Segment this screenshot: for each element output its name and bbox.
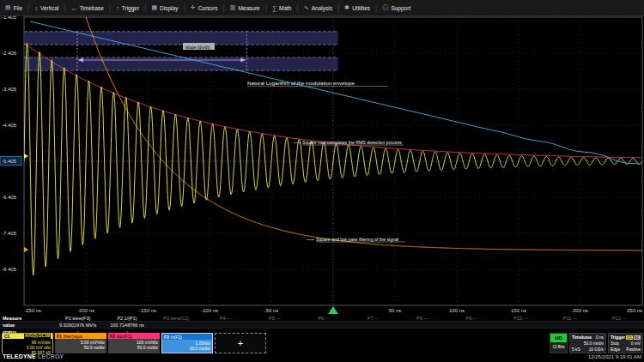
- trace-descriptor-f2[interactable]: F2sqrt(F1)100 mV/div50.0 ns/div: [108, 333, 160, 353]
- measure-row-label: Measure: [0, 316, 53, 321]
- brand-lecroy: LECROY: [38, 353, 64, 359]
- y-axis-label: -6.405: [2, 195, 17, 200]
- menu-file[interactable]: ▤File: [0, 0, 27, 15]
- measure-P8-label[interactable]: P8:---: [398, 316, 447, 321]
- trace-settings: 100 mV/div50.0 ns/div: [108, 339, 160, 353]
- annotation-sqrt: Square root completes the RMS detection …: [302, 140, 402, 145]
- measure-row-label: value: [0, 323, 53, 328]
- trigger-slope: Positive: [626, 347, 641, 352]
- annotation-ln: Natural Logarithm of the modulation enve…: [247, 80, 355, 86]
- waveform-display: slope (dv/dt) Natural Logarithm of the m…: [0, 0, 644, 362]
- x-axis-label: 200 ns: [573, 308, 588, 313]
- menu-analysis[interactable]: ∿Analysis: [299, 0, 337, 15]
- trigger-title: Trigger: [611, 335, 625, 340]
- menu-label: File: [14, 5, 22, 11]
- trace-settings: 5.00 mV²/div50.0 ns/div: [55, 339, 106, 353]
- trigger-box[interactable]: TriggerC1DC Stop0 mV EdgePositive: [608, 333, 643, 353]
- slew-level-band-1: [24, 32, 338, 45]
- trigger-source-badge: C1: [626, 335, 633, 340]
- measure-P5-label[interactable]: P5:---: [250, 316, 299, 321]
- analysis-icon: ∿: [304, 4, 309, 11]
- y-axis-label: -3.405: [2, 87, 17, 92]
- trace-settings: 1.00/div50.0 ns/div: [162, 340, 212, 353]
- menu-cursors[interactable]: ✛Cursors: [185, 0, 223, 15]
- menu-timebase[interactable]: ↔Timebase: [66, 0, 109, 15]
- y-axis-label: -5.405: [2, 159, 17, 164]
- x-axis-label: 100 ns: [449, 308, 465, 313]
- hd-bits: 12 Bits: [550, 342, 567, 353]
- x-axis-label: -200 ns: [77, 308, 94, 313]
- menu-math[interactable]: ∑Math: [267, 0, 296, 15]
- measure-icon: ▥: [230, 4, 236, 11]
- measure-P1-label[interactable]: P1:slew(F3): [53, 316, 102, 321]
- trace-setting-line: 50.0 ns/div: [110, 345, 158, 350]
- timebase-delay: 0 ns: [596, 335, 604, 340]
- measure-table: MeasureP1:slew(F3)P2:1/(P1)P3:slew(C2)P4…: [0, 315, 644, 335]
- trace-id: F2: [110, 334, 115, 339]
- measure-P2-value: 100.7148766 ns: [102, 323, 151, 328]
- x-axis-label: -50 ns: [264, 308, 279, 313]
- vertical-icon: ↕: [34, 5, 38, 11]
- hd-resolution-box[interactable]: HD 12 Bits: [550, 333, 568, 353]
- measure-P9-label[interactable]: P9:---: [447, 316, 496, 321]
- measure-P12-label[interactable]: P12:---: [595, 316, 644, 321]
- support-icon: ⓘ: [382, 3, 388, 12]
- measure-row-label: MeasureP1:slew(F3)P2:1/(P1)P3:slew(C2)P4…: [0, 315, 644, 321]
- menu-utilities[interactable]: ✱Utilities: [339, 0, 375, 15]
- trigger-level: 0 mV: [631, 341, 641, 346]
- y-axis-label: -7.405: [2, 231, 17, 236]
- timebase-samples: 5 kS: [572, 347, 580, 352]
- measure-row-value: value9.92901976 MV/s100.7148766 ns: [0, 321, 644, 329]
- trigger-coupling-badge: DC: [634, 335, 641, 340]
- trace-id: F1: [57, 334, 62, 339]
- measure-P11-label[interactable]: P11:---: [545, 316, 594, 321]
- x-axis-label: 250 ns: [627, 308, 642, 313]
- trace-descriptor-f1[interactable]: F1filter(squa5.00 mV²/div50.0 ns/div: [55, 333, 106, 353]
- menu-trigger[interactable]: ↑Trigger: [111, 0, 144, 15]
- menu-label: Trigger: [122, 5, 139, 11]
- menu-measure[interactable]: ▥Measure: [225, 0, 265, 15]
- math-icon: ∑: [272, 5, 276, 11]
- menu-support[interactable]: ⓘSupport: [377, 0, 416, 15]
- channel-descriptors: C1AVG(5):DC1M99 mV/div0.00 mV ofst85.587…: [2, 333, 266, 353]
- menu-label: Analysis: [312, 5, 332, 11]
- measure-P10-label[interactable]: P10:---: [496, 316, 545, 321]
- x-axis-label: -100 ns: [201, 308, 218, 313]
- y-axis-label: -2.405: [2, 51, 17, 56]
- timebase-scale: 50.0 ns/div: [584, 341, 604, 346]
- slope-label: slope (dv/dt): [185, 45, 210, 50]
- x-axis-label: -250 ns: [24, 308, 41, 313]
- menu-label: Measure: [238, 5, 259, 11]
- measure-P4-label[interactable]: P4:---: [201, 316, 250, 321]
- trace-id: F3: [164, 335, 169, 340]
- display-icon: ▦: [151, 4, 157, 11]
- trace-function: sqrt(F1): [117, 334, 132, 339]
- brand-logo: TELEDYNE LECROY: [3, 353, 64, 359]
- measure-P7-label[interactable]: P7:---: [349, 316, 398, 321]
- menu-vertical[interactable]: ↕Vertical: [29, 0, 64, 15]
- file-icon: ▤: [5, 4, 11, 11]
- scope-display-svg: slope (dv/dt) Natural Logarithm of the m…: [0, 0, 644, 362]
- cursors-icon: ✛: [191, 4, 196, 11]
- add-trace-button[interactable]: +: [215, 333, 266, 353]
- y-axis-label: -4.405: [2, 123, 17, 128]
- menu-label: Display: [160, 5, 178, 11]
- trigger-type: Edge: [611, 347, 620, 352]
- trigger-mode: Stop: [611, 341, 619, 346]
- datetime-display: 12/25/2021 9:19:51 AM: [588, 354, 641, 359]
- menu-label: Cursors: [198, 5, 218, 11]
- hd-label: HD: [550, 334, 567, 342]
- menu-display[interactable]: ▦Display: [146, 0, 183, 15]
- x-axis-label: 50 ns: [389, 308, 402, 313]
- measure-P6-label[interactable]: P6:---: [300, 316, 349, 321]
- trace-descriptor-f3[interactable]: F3ln(F2)1.00/div50.0 ns/div: [161, 333, 213, 353]
- trace-function: filter(squa: [64, 334, 82, 339]
- measure-P3-label[interactable]: P3:slew(C2): [152, 316, 201, 321]
- utilities-icon: ✱: [344, 4, 349, 11]
- menu-label: Math: [279, 5, 291, 11]
- measure-P1-value: 9.92901976 MV/s: [53, 323, 102, 328]
- annotation-square: Square and low pass filtering of the sig…: [316, 237, 398, 242]
- measure-P2-label[interactable]: P2:1/(P1): [102, 316, 151, 321]
- trace-descriptor-c1[interactable]: C1AVG(5):DC1M99 mV/div0.00 mV ofst85.587…: [2, 333, 53, 353]
- timebase-box[interactable]: Timebase0 ns 50.0 ns/div 5 kS10 GS/s: [569, 333, 606, 353]
